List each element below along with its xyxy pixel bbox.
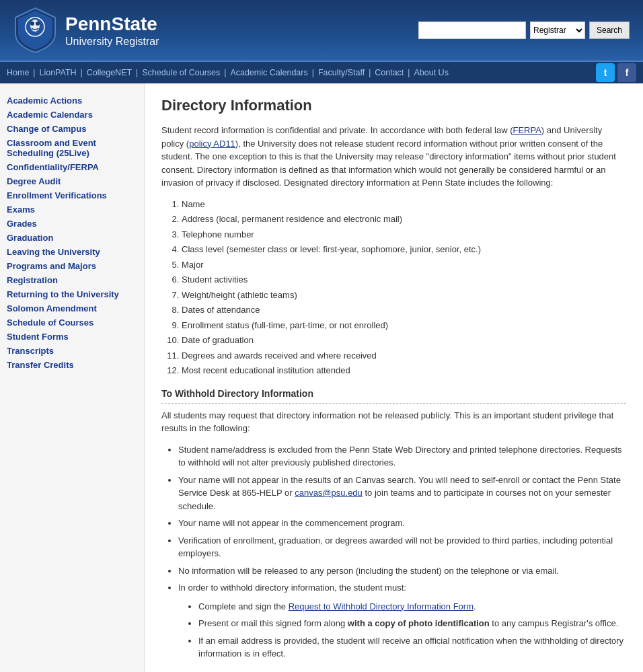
nav-links: Home | LionPATH | CollegeNET | Schedule … (0, 64, 455, 81)
list-item: Address (local, permanent residence and … (182, 213, 626, 226)
withhold-steps-list: Complete and sign the Request to Withhol… (178, 600, 626, 661)
sidebar-item-academic-actions[interactable]: Academic Actions (7, 94, 137, 108)
main-container: Academic Actions Academic Calendars Chan… (0, 83, 643, 672)
nav-home[interactable]: Home (7, 68, 29, 77)
sidebar-item-leaving[interactable]: Leaving the University (7, 245, 137, 259)
withhold-form-link[interactable]: Request to Withhold Directory Informatio… (289, 601, 474, 611)
list-item: Enrollment status (full-time, part-time,… (182, 319, 626, 332)
withhold-note-item: Requests to withhold directory informati… (178, 669, 626, 673)
nav-sep-5: | (312, 68, 314, 77)
list-item: No information will be released to any p… (178, 564, 626, 578)
policy-ad11-link[interactable]: policy AD11 (189, 139, 235, 149)
nav-collegenet[interactable]: CollegeNET (87, 68, 132, 77)
nav-schedule-courses[interactable]: Schedule of Courses (142, 68, 220, 77)
nav-faculty-staff[interactable]: Faculty/Staff (318, 68, 365, 77)
nav-sep-4: | (224, 68, 226, 77)
withhold-intro: All students may request that directory … (161, 409, 626, 435)
list-item: Name (182, 198, 626, 211)
sidebar-item-classroom-event[interactable]: Classroom and EventScheduling (25Live) (7, 136, 137, 160)
nav-sep-6: | (369, 68, 371, 77)
nav-sep-1: | (33, 68, 35, 77)
svg-point-3 (36, 22, 40, 26)
sidebar-item-registration[interactable]: Registration (7, 273, 137, 287)
sidebar-item-transfer-credits[interactable]: Transfer Credits (7, 358, 137, 372)
list-item: Your name will not appear in the commenc… (178, 517, 626, 530)
list-item: Degrees and awards received and where re… (182, 349, 626, 363)
list-item: Dates of attendance (182, 303, 626, 317)
pennstate-name: PennState (65, 13, 159, 36)
nav-sep-2: | (81, 68, 83, 77)
list-item: Present or mail this signed form along w… (198, 617, 626, 630)
list-item: Student activities (182, 273, 626, 287)
sidebar-item-transcripts[interactable]: Transcripts (7, 344, 137, 358)
search-area: Registrar Penn State Search (418, 22, 630, 39)
canvas-email-link[interactable]: canvas@psu.edu (295, 488, 363, 498)
nav-bar: Home | LionPATH | CollegeNET | Schedule … (0, 61, 643, 83)
list-item: Telephone number (182, 228, 626, 241)
sidebar-item-student-forms[interactable]: Student Forms (7, 330, 137, 344)
search-button[interactable]: Search (589, 22, 630, 39)
sidebar-item-change-of-campus[interactable]: Change of Campus (7, 122, 137, 136)
intro-paragraph: Student record information is confidenti… (161, 124, 626, 190)
nav-sep-3: | (136, 68, 138, 77)
page-title: Directory Information (161, 97, 626, 114)
sidebar-item-exams[interactable]: Exams (7, 202, 137, 217)
logo-area: PennState University Registrar (13, 7, 159, 54)
sidebar-item-schedule[interactable]: Schedule of Courses (7, 315, 137, 330)
list-item: Student name/address is excluded from th… (178, 443, 626, 470)
sidebar-item-degree-audit[interactable]: Degree Audit (7, 174, 137, 188)
sidebar-item-academic-calendars[interactable]: Academic Calendars (7, 108, 137, 122)
sidebar-item-ferpa[interactable]: Confidentiality/FERPA (7, 160, 137, 174)
facebook-icon[interactable]: f (617, 63, 636, 82)
list-item: If an email address is provided, the stu… (198, 634, 626, 661)
nav-sep-7: | (408, 68, 410, 77)
list-item: Most recent educational institution atte… (182, 364, 626, 377)
registrar-subtitle: University Registrar (65, 35, 159, 48)
sidebar-item-graduation[interactable]: Graduation (7, 231, 137, 245)
nav-about-us[interactable]: About Us (414, 68, 448, 77)
sidebar: Academic Actions Academic Calendars Chan… (0, 83, 145, 672)
sidebar-item-returning[interactable]: Returning to the University (7, 287, 137, 301)
nav-academic-calendars[interactable]: Academic Calendars (230, 68, 307, 77)
withhold-bullets-list: Student name/address is excluded from th… (161, 443, 626, 661)
list-item: Major (182, 258, 626, 272)
sidebar-item-enrollment[interactable]: Enrollment Verifications (7, 188, 137, 202)
site-title: PennState University Registrar (65, 13, 159, 48)
list-item: Your name will not appear in the results… (178, 474, 626, 513)
search-scope-select[interactable]: Registrar Penn State (530, 22, 585, 39)
list-item: Class level (semester class or level: fi… (182, 243, 626, 256)
list-item: Verification of enrollment, graduation, … (178, 534, 626, 560)
svg-point-2 (30, 22, 34, 26)
sidebar-item-grades[interactable]: Grades (7, 217, 137, 231)
list-item: Complete and sign the Request to Withhol… (198, 600, 626, 613)
page-header: PennState University Registrar Registrar… (0, 0, 643, 61)
sidebar-item-solomon[interactable]: Solomon Amendment (7, 301, 137, 315)
list-item: Date of graduation (182, 334, 626, 347)
directory-items-list: Name Address (local, permanent residence… (161, 198, 626, 377)
nav-lionpath[interactable]: LionPATH (39, 68, 76, 77)
main-content: Directory Information Student record inf… (145, 83, 643, 672)
ferpa-link[interactable]: FERPA (513, 125, 541, 135)
withhold-note-list: Requests to withhold directory informati… (161, 669, 626, 673)
pennstate-shield-icon (13, 7, 57, 54)
search-input[interactable] (418, 22, 526, 39)
list-item: In order to withhold directory informati… (178, 581, 626, 661)
list-item: Weight/height (athletic teams) (182, 289, 626, 302)
twitter-icon[interactable]: t (596, 63, 615, 82)
withhold-heading: To Withhold Directory Information (161, 388, 626, 404)
sidebar-item-programs[interactable]: Programs and Majors (7, 259, 137, 273)
nav-contact[interactable]: Contact (375, 68, 404, 77)
social-icons: t f (596, 63, 643, 82)
